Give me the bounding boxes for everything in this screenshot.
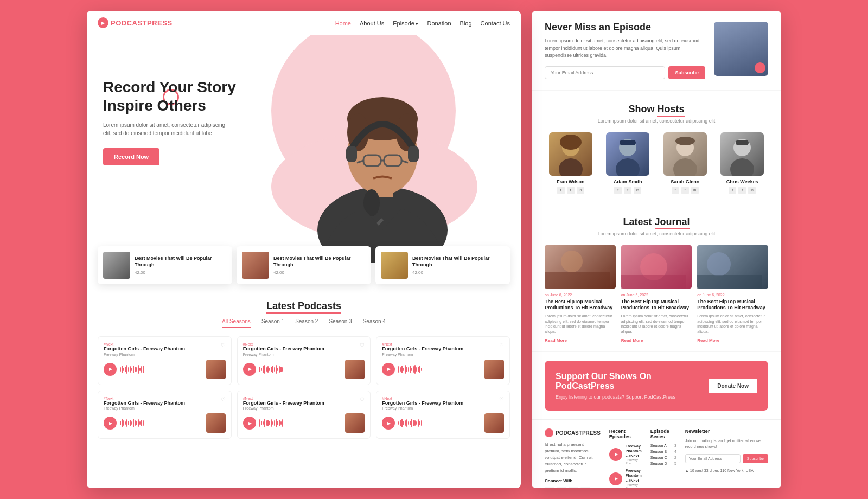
- facebook-icon-4[interactable]: f: [729, 187, 736, 194]
- podcast-heart-6[interactable]: ♡: [499, 396, 504, 402]
- play-button-3[interactable]: [382, 363, 395, 376]
- journal-image-1: [545, 245, 616, 289]
- wave-bar: [280, 421, 282, 425]
- footer-newsletter-input[interactable]: [685, 454, 741, 463]
- footer-facebook-icon[interactable]: f: [545, 487, 554, 488]
- twitter-icon[interactable]: t: [567, 187, 575, 194]
- twitter-icon-2[interactable]: t: [624, 187, 631, 194]
- footer-ep-sub-1: Freeway Pho...: [626, 458, 642, 465]
- journal-desc-3: Lorem ipsum dolor sit amet, consectetur …: [697, 314, 768, 335]
- podcasts-section-title: Latest Podcasts: [98, 300, 510, 312]
- footer-ep-title-1: Freeway Phantom – #Next: [626, 444, 642, 458]
- nav-donation-link[interactable]: Donation: [427, 20, 451, 27]
- facebook-icon[interactable]: f: [557, 187, 565, 194]
- logo-text: PODCASTPRESS: [111, 19, 173, 27]
- nav-contact-link[interactable]: Contact Us: [481, 20, 510, 27]
- podcast-thumb-1: [206, 360, 226, 379]
- wave-bar: [128, 421, 129, 425]
- journal-title: Latest Journal: [545, 216, 768, 228]
- episode-info-3: Best Movies That Will Be Popular Through…: [412, 255, 505, 275]
- logo-text-press: PRESS: [147, 19, 173, 27]
- episode-cards-row: Best Movies That Will Be Popular Through…: [87, 241, 521, 290]
- donate-button[interactable]: Donate Now: [709, 379, 757, 393]
- twitter-icon-3[interactable]: t: [681, 187, 689, 194]
- tab-season-2[interactable]: Season 2: [295, 318, 318, 328]
- linkedin-icon-3[interactable]: in: [691, 187, 699, 194]
- logo[interactable]: PODCASTPRESS: [98, 17, 173, 28]
- episode-card-2[interactable]: Best Movies That Will Be Popular Through…: [237, 246, 371, 284]
- podcast-player-5: [243, 413, 365, 433]
- journal-read-more-1[interactable]: Read More: [545, 338, 616, 343]
- podcast-heart-1[interactable]: ♡: [221, 342, 226, 348]
- nav-home-link[interactable]: Home: [335, 20, 351, 28]
- tab-season-4[interactable]: Season 4: [363, 318, 386, 328]
- wave-bar: [274, 367, 275, 372]
- hero-cta-button[interactable]: Record Now: [103, 148, 159, 165]
- wave-bar: [120, 421, 121, 425]
- linkedin-icon[interactable]: in: [577, 187, 584, 194]
- play-button-1[interactable]: [104, 363, 117, 376]
- journal-read-more-2[interactable]: Read More: [621, 338, 692, 343]
- episode-card-1[interactable]: Best Movies That Will Be Popular Through…: [98, 246, 232, 284]
- podcast-heart-3[interactable]: ♡: [499, 342, 504, 348]
- nav-about[interactable]: About Us: [360, 18, 384, 28]
- play-button-6[interactable]: [382, 417, 395, 430]
- footer-twitter-icon[interactable]: t: [557, 487, 566, 488]
- wave-bar: [136, 421, 137, 425]
- wave-bar: [138, 365, 139, 374]
- wave-bar: [277, 368, 278, 371]
- podcast-heart-2[interactable]: ♡: [360, 342, 365, 348]
- nav-about-link[interactable]: About Us: [360, 20, 384, 27]
- svg-point-25: [730, 158, 754, 176]
- wave-bar: [406, 367, 407, 372]
- twitter-icon-4[interactable]: t: [738, 187, 746, 194]
- nav-donation[interactable]: Donation: [427, 18, 451, 28]
- podcast-title-3: Forgotten Girls - Freeway Phantom: [382, 346, 463, 353]
- footer-youtube-icon[interactable]: ▶: [569, 487, 578, 488]
- journal-read-more-3[interactable]: Read More: [697, 338, 768, 343]
- hosts-grid: Fran Wilson f t in Ad: [545, 132, 768, 194]
- podcast-card-3-header: #Next Forgotten Girls - Freeway Phantom …: [382, 342, 504, 356]
- footer-series-d: Season D 5: [650, 462, 676, 465]
- footer-episodes-col: Recent Episodes Freeway Phantom – #Next …: [609, 428, 642, 488]
- podcast-heart-5[interactable]: ♡: [360, 396, 365, 402]
- tab-season-3[interactable]: Season 3: [329, 318, 352, 328]
- newsletter-desc: Lorem ipsum dolor sit amet, consectetur …: [545, 37, 705, 60]
- wave-bar: [405, 365, 406, 374]
- nav-episode[interactable]: Episode: [393, 18, 418, 28]
- tab-all-seasons[interactable]: All Seasons: [222, 318, 251, 328]
- podcast-label-3: #Next: [382, 342, 463, 346]
- footer-play-2[interactable]: [609, 472, 622, 485]
- newsletter-form: Subscribe: [545, 66, 705, 79]
- nav-blog[interactable]: Blog: [460, 18, 472, 28]
- journal-date-1: on June 6, 2022: [545, 293, 616, 297]
- play-button-2[interactable]: [243, 363, 256, 376]
- linkedin-icon-4[interactable]: in: [748, 187, 756, 194]
- episode-card-3[interactable]: Best Movies That Will Be Popular Through…: [375, 246, 510, 284]
- podcast-heart-4[interactable]: ♡: [221, 396, 226, 402]
- hero-title-line2: Inspire Others: [103, 97, 206, 114]
- nav-contact[interactable]: Contact Us: [481, 18, 510, 28]
- footer-series-a: Season A 3: [650, 444, 676, 447]
- linkedin-icon-2[interactable]: in: [634, 187, 641, 194]
- episode-info-1: Best Movies That Will Be Popular Through…: [135, 255, 227, 275]
- footer-ep-sub-2: Freeway Pho...: [626, 483, 642, 488]
- play-button-4[interactable]: [104, 417, 117, 430]
- footer-newsletter-button[interactable]: Subscribe: [743, 454, 768, 463]
- svg-point-17: [560, 135, 582, 150]
- wave-bar: [261, 421, 262, 425]
- play-button-5[interactable]: [243, 417, 256, 430]
- newsletter-email-input[interactable]: [545, 66, 665, 79]
- nav-episode-link[interactable]: Episode: [393, 20, 418, 27]
- footer-play-1[interactable]: [609, 448, 622, 461]
- nav-blog-link[interactable]: Blog: [460, 20, 472, 27]
- wave-bar: [122, 366, 123, 373]
- facebook-icon-3[interactable]: f: [672, 187, 679, 194]
- footer-linkedin-icon[interactable]: in: [580, 487, 590, 488]
- newsletter-subscribe-button[interactable]: Subscribe: [668, 66, 705, 79]
- facebook-icon-2[interactable]: f: [614, 187, 622, 194]
- wave-bar: [120, 367, 121, 372]
- nav-home[interactable]: Home: [335, 18, 351, 28]
- donate-desc: Enjoy listening to our podcasts? Support…: [556, 394, 709, 400]
- tab-season-1[interactable]: Season 1: [261, 318, 284, 328]
